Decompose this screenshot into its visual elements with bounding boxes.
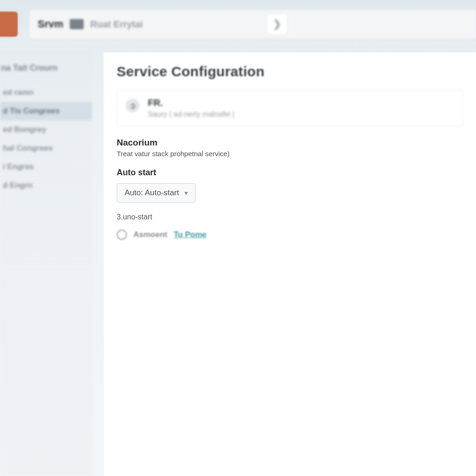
- top-bar: Srvm Ruat Errytai ❯: [0, 4, 476, 45]
- option-row-prefix: Asmoent: [133, 230, 167, 239]
- autostart-select-value: Auto: Auto-start: [125, 188, 179, 198]
- chevron-right-icon: ❯: [273, 18, 281, 30]
- section-title: Nacorium: [117, 138, 463, 148]
- sidebar-item-label: hal Congrees: [3, 144, 53, 152]
- radio-icon[interactable]: [117, 230, 127, 240]
- breadcrumb[interactable]: Srvm Ruat Errytai ❯: [29, 9, 476, 39]
- service-summary-row[interactable]: ➲ FR. Saury | ad-nerly malnafel |: [117, 90, 463, 126]
- service-row-subtitle: Saury | ad-nerly malnafel |: [148, 110, 234, 119]
- chevron-down-icon: ▾: [185, 189, 188, 197]
- option-row-link[interactable]: Tu Pome: [174, 230, 207, 239]
- sidebar-item-5[interactable]: d Engrn: [0, 176, 92, 195]
- sidebar-item-2[interactable]: ed Bongrey: [0, 120, 92, 139]
- breadcrumb-chip-icon: [70, 19, 84, 29]
- sidebar-item-1[interactable]: d Tis Congrees: [0, 102, 92, 120]
- autostart-note: 3.uno-start: [117, 213, 463, 221]
- sidebar-item-3[interactable]: hal Congrees: [0, 139, 92, 158]
- main-panel: Service Configuration ➲ FR. Saury | ad-n…: [103, 52, 476, 476]
- app-logo-icon: [0, 12, 18, 37]
- autostart-select[interactable]: Auto: Auto-start ▾: [117, 183, 196, 203]
- page-title: Service Configuration: [117, 64, 463, 79]
- section-description: Treat vatur stack prohpetnal service): [117, 150, 463, 158]
- autostart-label: Auto start: [117, 168, 463, 178]
- service-row-title: FR.: [148, 98, 234, 108]
- sidebar-item-label: d Tis Congrees: [3, 106, 60, 115]
- breadcrumb-next-button[interactable]: ❯: [266, 13, 288, 35]
- sidebar-item-label: ed ramn: [3, 88, 33, 97]
- sidebar-item-0[interactable]: ed ramn: [0, 83, 92, 102]
- sidebar-heading: na Tait Crourn: [0, 59, 92, 83]
- service-row-icon: ➲: [126, 99, 139, 112]
- option-row[interactable]: Asmoent Tu Pome: [117, 230, 463, 240]
- breadcrumb-secondary: Ruat Errytai: [90, 19, 143, 30]
- service-row-text: FR. Saury | ad-nerly malnafel |: [148, 98, 234, 119]
- sidebar-item-label: d Engrn: [3, 181, 33, 190]
- sidebar: na Tait Crourn ed ramn d Tis Congrees ed…: [0, 52, 92, 476]
- sidebar-item-label: ed Bongrey: [3, 125, 46, 134]
- sidebar-item-label: i Engres: [3, 162, 34, 171]
- breadcrumb-primary: Srvm: [38, 18, 63, 30]
- sidebar-item-4[interactable]: i Engres: [0, 158, 92, 176]
- circle-arrow-icon: ➲: [130, 101, 136, 110]
